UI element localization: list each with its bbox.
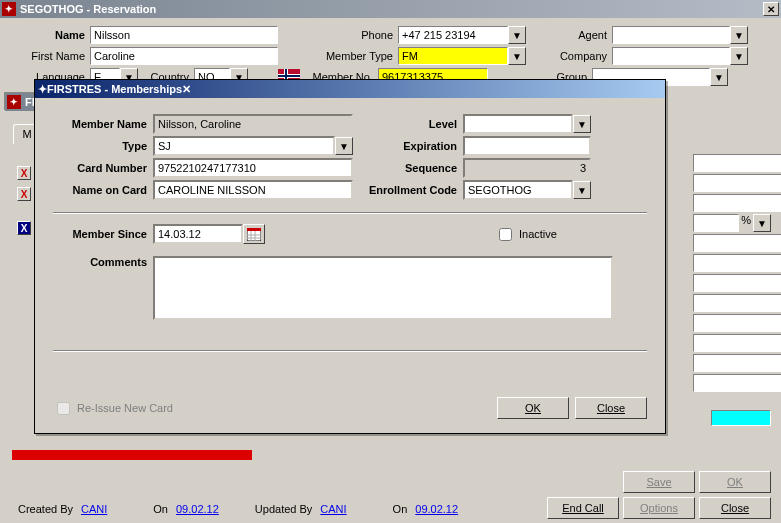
row-delete-button[interactable]: X xyxy=(17,166,31,180)
modal-title: FIRSTRES - Memberships xyxy=(47,83,182,95)
agent-label: Agent xyxy=(554,29,612,41)
modal-close-button[interactable]: Close xyxy=(575,397,647,419)
side-field[interactable] xyxy=(693,314,781,332)
nameoncard-label: Name on Card xyxy=(53,184,153,196)
app-icon: ✦ xyxy=(7,95,21,109)
modal-close-x[interactable]: ✕ xyxy=(182,83,191,96)
on-label: On xyxy=(393,503,408,515)
group-dropdown-button[interactable]: ▼ xyxy=(710,68,728,86)
expiration-label: Expiration xyxy=(353,140,463,152)
membertype-label: Member Type xyxy=(290,50,398,62)
reissue-label: Re-Issue New Card xyxy=(73,402,173,414)
comments-field[interactable] xyxy=(153,256,613,320)
memberships-modal: ✦ FIRSTRES - Memberships ✕ Member Name T… xyxy=(34,79,666,434)
side-field[interactable] xyxy=(693,334,781,352)
company-field[interactable] xyxy=(612,47,730,65)
inactive-label: Inactive xyxy=(515,228,557,240)
red-strip xyxy=(12,450,252,460)
level-field[interactable] xyxy=(463,114,573,134)
phone-field[interactable] xyxy=(398,26,508,44)
pct-label: % xyxy=(739,214,753,232)
side-field[interactable] xyxy=(693,354,781,372)
app-icon: ✦ xyxy=(2,2,16,16)
phone-label: Phone xyxy=(338,29,398,41)
nameoncard-field[interactable] xyxy=(153,180,353,200)
membertype-field[interactable] xyxy=(398,47,508,65)
row-delete-button-selected[interactable]: X xyxy=(17,221,31,235)
company-label: Company xyxy=(554,50,612,62)
calendar-button[interactable] xyxy=(243,224,265,244)
right-panel: ▼ ▼ %▼ ▼ ▼ ▼ ▼ ▼ ▼ ▼ ▼ xyxy=(693,154,771,394)
membertype-dropdown-button[interactable]: ▼ xyxy=(508,47,526,65)
row-delete-button[interactable]: X xyxy=(17,187,31,201)
agent-dropdown-button[interactable]: ▼ xyxy=(730,26,748,44)
side-field[interactable] xyxy=(693,234,781,252)
membersince-field[interactable] xyxy=(153,224,243,244)
comments-label: Comments xyxy=(53,256,153,268)
main-title: SEGOTHOG - Reservation xyxy=(20,3,156,15)
modal-titlebar: ✦ FIRSTRES - Memberships ✕ xyxy=(35,80,665,98)
close-button[interactable]: Close xyxy=(699,497,771,519)
createdon-value: 09.02.12 xyxy=(176,503,219,515)
sequence-label: Sequence xyxy=(353,162,463,174)
firstname-field[interactable] xyxy=(90,47,278,65)
firstname-label: First Name xyxy=(8,50,90,62)
level-label: Level xyxy=(353,118,463,130)
svg-rect-4 xyxy=(278,75,300,77)
main-close-button[interactable]: ✕ xyxy=(763,2,779,16)
modal-ok-button[interactable]: OK xyxy=(497,397,569,419)
sequence-field xyxy=(463,158,591,178)
membersince-label: Member Since xyxy=(53,228,153,240)
updatedby-label: Updated By xyxy=(255,503,312,515)
side-field[interactable] xyxy=(693,154,781,172)
agent-field[interactable] xyxy=(612,26,730,44)
side-field[interactable] xyxy=(693,254,781,272)
createdby-label: Created By xyxy=(18,503,73,515)
side-field[interactable] xyxy=(693,274,781,292)
membername-field xyxy=(153,114,353,134)
side-dd[interactable]: ▼ xyxy=(753,214,771,232)
membername-label: Member Name xyxy=(53,118,153,130)
cardnumber-field[interactable] xyxy=(153,158,353,178)
options-button[interactable]: Options xyxy=(623,497,695,519)
side-field[interactable] xyxy=(693,294,781,312)
inactive-checkbox[interactable] xyxy=(499,228,512,241)
side-field-zero[interactable] xyxy=(693,194,781,212)
level-dropdown-button[interactable]: ▼ xyxy=(573,115,591,133)
app-icon: ✦ xyxy=(38,83,47,96)
save-button[interactable]: Save xyxy=(623,471,695,493)
updatedon-value: 09.02.12 xyxy=(415,503,458,515)
main-titlebar: ✦ SEGOTHOG - Reservation ✕ xyxy=(0,0,781,18)
type-label: Type xyxy=(53,140,153,152)
updatedby-value[interactable]: CANI xyxy=(320,503,346,515)
company-dropdown-button[interactable]: ▼ xyxy=(730,47,748,65)
type-dropdown-button[interactable]: ▼ xyxy=(335,137,353,155)
cyan-indicator xyxy=(711,410,771,426)
svg-rect-6 xyxy=(247,228,261,231)
type-field[interactable] xyxy=(153,136,335,156)
endcall-button[interactable]: End Call xyxy=(547,497,619,519)
ok-button[interactable]: OK xyxy=(699,471,771,493)
enrollment-field[interactable] xyxy=(463,180,573,200)
cardnumber-label: Card Number xyxy=(53,162,153,174)
x-column: X X X xyxy=(15,166,31,242)
expiration-field[interactable] xyxy=(463,136,591,156)
side-field[interactable] xyxy=(693,214,739,232)
createdby-value[interactable]: CANI xyxy=(81,503,107,515)
on-label: On xyxy=(153,503,168,515)
side-field[interactable] xyxy=(693,174,781,192)
enrollment-label: Enrollment Code xyxy=(353,184,463,196)
reissue-checkbox xyxy=(57,402,70,415)
name-label: Name xyxy=(8,29,90,41)
phone-dropdown-button[interactable]: ▼ xyxy=(508,26,526,44)
side-field[interactable] xyxy=(693,374,781,392)
enrollment-dropdown-button[interactable]: ▼ xyxy=(573,181,591,199)
name-field[interactable] xyxy=(90,26,278,44)
